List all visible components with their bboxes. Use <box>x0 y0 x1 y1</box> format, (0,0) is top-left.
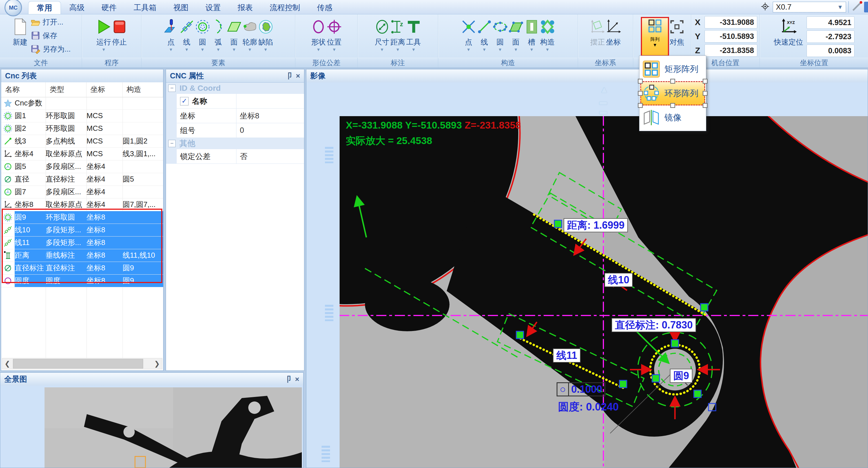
property-row-坐标[interactable]: 坐标坐标8 <box>166 109 304 123</box>
coord-value-1[interactable]: -2.7923 <box>807 30 855 43</box>
cnc-row-Cnc参数[interactable]: Cnc参数 <box>1 97 163 110</box>
image-view-content[interactable]: ▲▂▂ <box>306 82 868 468</box>
ribbon-button-另存为...[interactable]: 另存为... <box>31 42 71 56</box>
ribbon-button-轮廓[interactable]: 轮廓▼ <box>242 15 258 52</box>
menu-item-镜像[interactable]: 镜像 <box>640 106 705 130</box>
cnc-row-线11[interactable]: 线11多段矩形...坐标8 <box>1 237 163 249</box>
magnification-select[interactable]: X0.7 ▼ <box>773 2 846 12</box>
coord-value-2[interactable]: 0.0083 <box>807 45 855 57</box>
ribbon-button-打开...[interactable]: 打开... <box>31 15 71 29</box>
splitter-handle-icon[interactable] <box>325 305 333 321</box>
cnc-row-圆2[interactable]: 圆2环形取圆MCS <box>1 122 163 135</box>
splitter-handle-icon[interactable] <box>321 446 330 462</box>
machine-Y-value[interactable]: -510.5893 <box>705 30 757 42</box>
cnc-row-圆度[interactable]: 圆度圆度坐标8圆9 <box>1 274 163 287</box>
cnc-row-圆5[interactable]: 圆5多段扇区...坐标4 <box>1 160 163 173</box>
ribbon-button-缺陷[interactable]: 缺陷▼ <box>258 15 274 52</box>
cnc-row-线3[interactable]: 线3多点构线MCS圆1,圆2 <box>1 135 163 148</box>
column-header-名称[interactable]: 名称 <box>1 82 45 97</box>
ribbon-button-停止[interactable]: 停止 <box>112 15 127 47</box>
circle9-label[interactable]: 圆9 <box>670 369 692 383</box>
coord-value-0[interactable]: 4.9521 <box>807 16 855 29</box>
tab-视图[interactable]: 视图 <box>165 1 197 14</box>
machine-Z-value[interactable]: -231.8358 <box>705 44 757 57</box>
cnc-row-圆1[interactable]: 圆1环形取圆MCS <box>1 110 163 122</box>
ribbon-button-构造[interactable]: 构造▼ <box>540 15 555 52</box>
checkbox-checked[interactable]: ✓ <box>180 97 189 106</box>
cnc-row-坐标4[interactable]: 坐标4取坐标原点MCS线3,圆1,... <box>1 148 163 160</box>
line10-label[interactable]: 线10 <box>604 273 633 287</box>
scroll-right-arrow[interactable]: ❯ <box>152 359 162 369</box>
ribbon-button-新建[interactable]: 新建 <box>11 15 29 47</box>
ribbon-button-槽[interactable]: 槽▼ <box>524 15 540 52</box>
tab-传感[interactable]: 传感 <box>309 1 341 14</box>
column-header-类型[interactable]: 类型 <box>45 82 87 97</box>
property-row-锁定公差[interactable]: 锁定公差否 <box>166 149 304 164</box>
splitter-handle-icon[interactable] <box>325 147 333 163</box>
ribbon-button-弧[interactable]: 弧▼ <box>211 15 226 52</box>
tab-高级[interactable]: 高级 <box>61 1 93 14</box>
tab-流程控制[interactable]: 流程控制 <box>261 1 309 14</box>
ribbon-button-点[interactable]: 点▼ <box>461 15 476 52</box>
cnc-row-线10[interactable]: 线10多段矩形...坐标8 <box>1 224 163 237</box>
ribbon-button-点[interactable]: 点▼ <box>163 15 179 52</box>
ribbon-button-阵列-active[interactable]: 阵列▼ <box>641 17 669 56</box>
property-row-组号[interactable]: 组号0 <box>166 123 304 138</box>
ribbon-button-形状[interactable]: 形状▼ <box>311 15 327 52</box>
pin-icon[interactable]: 卩 <box>285 72 292 80</box>
menu-item-环形阵列[interactable]: 环形阵列 <box>640 81 705 106</box>
ribbon-button-距离[interactable]: z距离▼ <box>390 15 406 52</box>
cnc-row-直径[interactable]: 直径直径标注坐标4圆5 <box>1 173 163 186</box>
menu-item-矩形阵列[interactable]: 矩形阵列 <box>640 57 705 81</box>
ribbon-button-坐标[interactable]: 坐标 <box>606 15 621 47</box>
property-value[interactable]: 0 <box>237 123 304 138</box>
cnc-row-坐标8[interactable]: 坐标8取坐标原点坐标4圆7,圆7,... <box>1 199 163 211</box>
distance-measurement-label[interactable]: 距离: 1.6999 <box>564 218 628 232</box>
column-header-构造[interactable]: 构造 <box>123 82 163 97</box>
ribbon-button-位置[interactable]: 位置▼ <box>327 15 342 52</box>
column-header-坐标[interactable]: 坐标 <box>87 82 123 97</box>
cnc-row-距离[interactable]: 距离垂线标注坐标8线11,线10 <box>1 249 163 262</box>
property-section-其他[interactable]: −其他 <box>166 138 304 149</box>
property-section-ID & Coord[interactable]: −ID & Coord <box>166 83 304 94</box>
panorama-content[interactable] <box>0 386 303 468</box>
scrollbar-thumb[interactable] <box>13 359 143 369</box>
probe-pen-icon[interactable] <box>851 0 864 14</box>
ribbon-button-摆正[interactable]: 摆正 <box>590 15 606 47</box>
property-value[interactable]: 坐标8 <box>237 109 304 123</box>
ribbon-button-线[interactable]: 线▼ <box>179 15 195 52</box>
panorama-image[interactable] <box>44 387 302 468</box>
cnc-row-圆9[interactable]: 圆9环形取圆坐标8 <box>1 211 163 224</box>
ribbon-button-面[interactable]: 面▼ <box>508 15 524 52</box>
tab-报表[interactable]: 报表 <box>229 1 261 14</box>
ribbon-button-工具[interactable]: 工具▼ <box>406 15 422 52</box>
ribbon-button-圆[interactable]: 圆▼ <box>492 15 508 52</box>
stage-center-icon[interactable] <box>761 2 770 12</box>
ribbon-button-保存[interactable]: 保存 <box>31 29 71 42</box>
machine-X-value[interactable]: -331.9088 <box>705 16 757 28</box>
ribbon-button-快速定位[interactable]: XYZ快速定位 <box>774 15 803 47</box>
diameter-measurement-label[interactable]: 直径标注: 0.7830 <box>612 318 696 332</box>
line11-label[interactable]: 线11 <box>553 348 581 362</box>
app-logo[interactable]: MC <box>4 0 22 16</box>
tab-设置[interactable]: 设置 <box>197 1 229 14</box>
property-value[interactable]: 否 <box>237 149 304 164</box>
ribbon-button-运行[interactable]: 运行▼ <box>96 15 112 52</box>
property-row-名称[interactable]: ✓名称 <box>166 94 304 109</box>
ribbon-button-尺寸[interactable]: 尺寸▼ <box>374 15 390 52</box>
cnc-table-header[interactable]: 名称类型坐标构造 <box>1 82 163 97</box>
collapse-icon[interactable]: − <box>168 85 176 92</box>
splitter-handle-icon[interactable]: ▲▂▂ <box>599 85 609 113</box>
collapse-icon[interactable]: − <box>168 140 176 147</box>
close-icon[interactable]: × <box>296 72 300 80</box>
tab-硬件[interactable]: 硬件 <box>93 1 125 14</box>
property-value[interactable] <box>237 94 304 109</box>
ribbon-button-面[interactable]: 面▼ <box>226 15 242 52</box>
ribbon-button-对焦[interactable]: 对焦 <box>669 15 685 47</box>
pin-icon[interactable]: 卩 <box>284 376 291 383</box>
tab-常用[interactable]: 常用 <box>28 1 61 14</box>
scroll-left-arrow[interactable]: ❮ <box>2 359 12 369</box>
horizontal-scrollbar[interactable]: ❮ ❯ <box>2 358 162 369</box>
tab-工具箱[interactable]: 工具箱 <box>125 1 165 14</box>
roundness-tolerance-frame[interactable]: ○ 0.1000 <box>557 382 606 397</box>
